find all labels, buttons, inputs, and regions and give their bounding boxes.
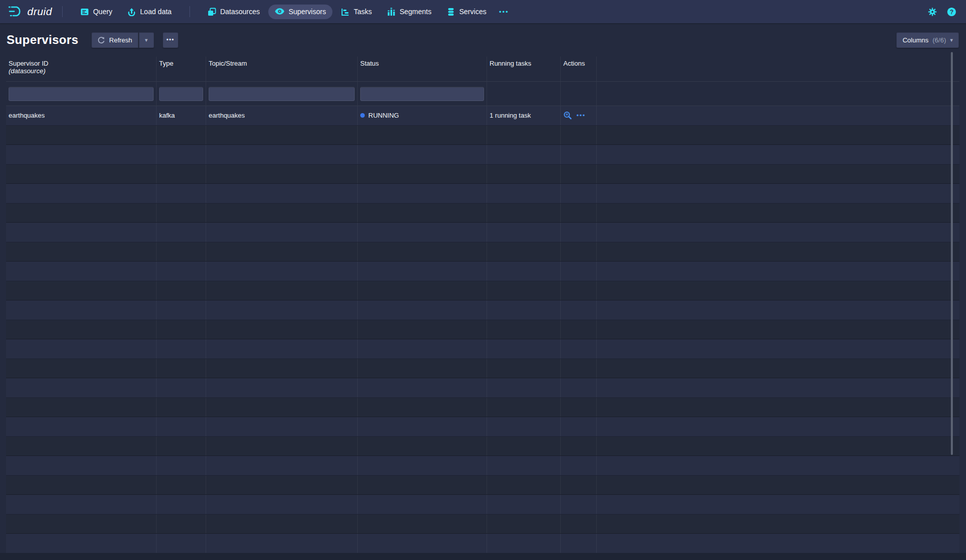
nav-item-services[interactable]: Services	[440, 5, 493, 19]
empty-cell	[358, 165, 487, 184]
nav-right-actions: ?	[927, 6, 957, 17]
cell-supervisor-id[interactable]: earthquakes	[6, 106, 157, 125]
query-icon	[80, 8, 89, 16]
nav-item-load-data[interactable]: Load data	[121, 5, 178, 19]
empty-cell	[157, 398, 206, 417]
empty-cell	[206, 262, 358, 281]
chevron-down-icon: ▾	[950, 37, 953, 43]
empty-cell	[157, 320, 206, 339]
column-header-type[interactable]: Type	[157, 57, 206, 81]
empty-cell	[487, 300, 561, 320]
empty-cell	[561, 184, 597, 203]
cell-filler	[597, 106, 959, 125]
table-row-empty	[6, 223, 959, 242]
nav-item-segments[interactable]: Segments	[380, 5, 438, 19]
empty-cell	[157, 281, 206, 300]
empty-cell	[358, 495, 487, 514]
nav-item-query[interactable]: Query	[74, 5, 119, 19]
column-header-running-tasks[interactable]: Running tasks	[487, 57, 561, 81]
empty-cell	[597, 456, 959, 475]
empty-cell	[6, 242, 157, 262]
column-header-topic-stream[interactable]: Topic/Stream	[206, 57, 358, 81]
column-header-sublabel: (datasource)	[9, 67, 154, 75]
table-row-empty	[6, 456, 959, 476]
druid-logo[interactable]: druid	[8, 5, 52, 18]
columns-button-label: Columns	[902, 36, 928, 44]
nav-item-label: Segments	[400, 8, 431, 16]
cell-running-tasks: 1 running task	[487, 106, 561, 125]
filter-input-topic-stream[interactable]	[209, 87, 355, 101]
filter-input-supervisor-id[interactable]	[9, 87, 154, 101]
services-icon	[447, 8, 455, 16]
supervisor-id-value: earthquakes	[9, 112, 45, 119]
empty-cell	[561, 320, 597, 339]
empty-cell	[6, 398, 157, 417]
segments-icon	[387, 8, 396, 16]
vertical-scrollbar-thumb[interactable]	[951, 52, 953, 455]
empty-cell	[6, 515, 157, 534]
empty-cell	[487, 281, 561, 300]
refresh-button[interactable]: Refresh	[91, 32, 138, 48]
settings-gear-icon[interactable]	[927, 6, 938, 17]
empty-cell	[358, 534, 487, 553]
nav-item-label: Datasources	[220, 8, 260, 16]
refresh-interval-caret-button[interactable]: ▾	[138, 32, 154, 48]
empty-cell	[157, 515, 206, 534]
empty-cell	[561, 300, 597, 320]
column-header-actions[interactable]: Actions	[561, 57, 597, 81]
topic-stream-value: earthquakes	[209, 112, 245, 119]
cell-topic-stream: earthquakes	[206, 106, 358, 125]
empty-cell	[6, 476, 157, 495]
nav-item-supervisors[interactable]: Supervisors	[268, 5, 332, 19]
refresh-button-group: Refresh ▾	[91, 32, 154, 48]
empty-cell	[358, 126, 487, 145]
filter-input-status[interactable]	[360, 87, 484, 101]
empty-cell	[157, 203, 206, 223]
filter-cell	[597, 82, 959, 106]
table-row-empty	[6, 515, 959, 534]
empty-cell	[358, 320, 487, 339]
empty-cell	[206, 145, 358, 164]
supervisors-table: Supervisor ID (datasource) Type Topic/St…	[6, 57, 959, 553]
empty-cell	[206, 300, 358, 320]
empty-cell	[6, 378, 157, 397]
empty-cell	[561, 495, 597, 514]
filter-input-type[interactable]	[159, 87, 203, 101]
empty-cell	[597, 242, 959, 262]
table-filter-row	[6, 82, 959, 106]
columns-button[interactable]: Columns (6/6) ▾	[896, 32, 959, 48]
table-row-empty	[6, 534, 959, 553]
empty-cell	[157, 223, 206, 242]
table-row-empty	[6, 203, 959, 223]
header-more-button[interactable]: •••	[163, 32, 178, 48]
column-header-status[interactable]: Status	[358, 57, 487, 81]
nav-item-tasks[interactable]: Tasks	[334, 5, 378, 19]
nav-item-datasources[interactable]: Datasources	[201, 5, 267, 19]
nav-more-button[interactable]: •••	[494, 5, 514, 19]
empty-cell	[597, 417, 959, 436]
empty-cell	[157, 359, 206, 378]
empty-cell	[206, 359, 358, 378]
empty-cell	[157, 242, 206, 262]
column-header-label: Actions	[563, 60, 585, 67]
nav-divider	[189, 6, 190, 17]
empty-cell	[157, 126, 206, 145]
empty-cell	[487, 126, 561, 145]
help-icon[interactable]: ?	[946, 6, 957, 17]
empty-cell	[487, 378, 561, 397]
page-title: Supervisors	[7, 33, 78, 47]
status-value: RUNNING	[368, 112, 399, 119]
filter-cell	[6, 82, 157, 106]
nav-item-label: Tasks	[354, 8, 372, 16]
table-row-empty	[6, 437, 959, 456]
empty-cell	[561, 456, 597, 475]
empty-cell	[206, 320, 358, 339]
inspect-magnifier-icon[interactable]	[563, 111, 572, 120]
empty-cell	[561, 359, 597, 378]
row-more-actions-icon[interactable]: •••	[576, 112, 586, 119]
status-running-dot-icon	[360, 113, 365, 118]
empty-cell	[157, 456, 206, 475]
empty-cell	[206, 417, 358, 436]
column-header-supervisor-id[interactable]: Supervisor ID (datasource)	[6, 57, 157, 81]
empty-cell	[487, 339, 561, 359]
